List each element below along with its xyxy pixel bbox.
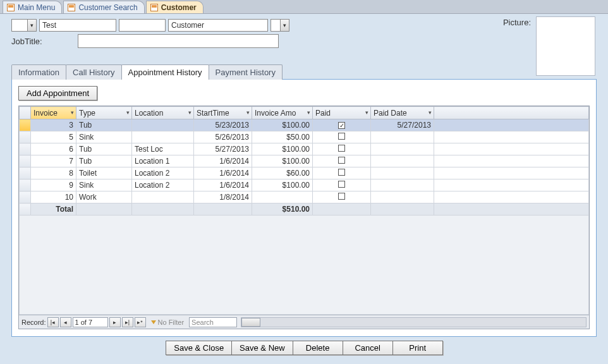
tab-customer-search[interactable]: Customer Search <box>63 1 144 13</box>
cell-type[interactable]: Tub <box>76 143 132 155</box>
nav-last-button[interactable]: ▸| <box>122 317 133 327</box>
subtab-appointment-history[interactable]: Appointment History <box>121 64 209 80</box>
cell-type[interactable]: Tub <box>76 155 132 167</box>
scrollbar-thumb[interactable] <box>241 318 260 327</box>
cell-amount[interactable]: $100.00 <box>252 143 313 155</box>
row-selector[interactable] <box>20 119 31 131</box>
selector-header[interactable] <box>20 107 31 119</box>
cell-paid-date[interactable] <box>371 143 434 155</box>
cell-starttime[interactable]: 5/23/2013 <box>194 119 252 131</box>
cell-paid[interactable] <box>313 167 371 179</box>
col-starttime[interactable]: StartTime▾ <box>194 107 252 119</box>
subtab-payment-history[interactable]: Payment History <box>209 64 283 80</box>
row-selector[interactable] <box>20 143 31 155</box>
tab-main-menu[interactable]: Main Menu <box>3 1 62 13</box>
cell-starttime[interactable]: 1/6/2014 <box>194 155 252 167</box>
table-row[interactable]: 9SinkLocation 21/6/2014$100.00 <box>20 179 589 191</box>
suffix-combo[interactable] <box>271 19 289 32</box>
checkbox-icon[interactable] <box>338 133 345 140</box>
cell-location[interactable]: Location 2 <box>132 167 194 179</box>
filter-status[interactable]: No Filter <box>151 318 185 326</box>
cell-paid[interactable] <box>313 191 371 203</box>
row-selector[interactable] <box>20 179 31 191</box>
nav-search-input[interactable]: Search <box>189 317 237 327</box>
col-location[interactable]: Location▾ <box>132 107 194 119</box>
cell-type[interactable]: Toilet <box>76 167 132 179</box>
cell-paid-date[interactable] <box>371 167 434 179</box>
col-paid-date[interactable]: Paid Date▾ <box>371 107 434 119</box>
cell-type[interactable]: Sink <box>76 131 132 143</box>
cell-invoice[interactable]: 8 <box>31 167 76 179</box>
cell-amount[interactable] <box>252 191 313 203</box>
checkbox-icon[interactable] <box>338 157 345 164</box>
checkbox-icon[interactable] <box>338 193 345 200</box>
tab-customer[interactable]: Customer <box>146 1 204 13</box>
subtab-call-history[interactable]: Call History <box>66 64 121 80</box>
table-row[interactable]: 7TubLocation 11/6/2014$100.00 <box>20 155 589 167</box>
checkbox-icon[interactable] <box>338 169 345 176</box>
cell-paid-date[interactable] <box>371 179 434 191</box>
nav-prev-button[interactable]: ◂ <box>60 317 71 327</box>
print-button[interactable]: Print <box>392 341 443 355</box>
cell-amount[interactable]: $100.00 <box>252 119 313 131</box>
table-row[interactable]: 10Work1/8/2014 <box>20 191 589 203</box>
col-invoice[interactable]: Invoice▾ <box>31 107 76 119</box>
cell-paid[interactable] <box>313 143 371 155</box>
cell-location[interactable] <box>132 119 194 131</box>
cell-invoice[interactable]: 6 <box>31 143 76 155</box>
cell-invoice[interactable]: 5 <box>31 131 76 143</box>
save-new-button[interactable]: Save & New <box>231 341 293 355</box>
table-row[interactable]: 6TubTest Loc5/27/2013$100.00 <box>20 143 589 155</box>
nav-new-button[interactable]: ▸* <box>135 317 146 327</box>
cell-type[interactable]: Work <box>76 191 132 203</box>
table-row[interactable]: 8ToiletLocation 21/6/2014$60.00 <box>20 167 589 179</box>
last-name-field[interactable]: Customer <box>168 19 268 32</box>
cell-paid[interactable] <box>313 155 371 167</box>
delete-button[interactable]: Delete <box>293 341 343 355</box>
nav-next-button[interactable]: ▸ <box>109 317 121 327</box>
cell-invoice[interactable]: 10 <box>31 191 76 203</box>
cell-amount[interactable]: $100.00 <box>252 155 313 167</box>
row-selector[interactable] <box>20 167 31 179</box>
horizontal-scrollbar[interactable] <box>241 317 587 327</box>
cell-amount[interactable]: $100.00 <box>252 179 313 191</box>
cell-paid[interactable] <box>313 131 371 143</box>
col-paid[interactable]: Paid▾ <box>313 107 371 119</box>
cell-location[interactable]: Location 1 <box>132 155 194 167</box>
jobtitle-field[interactable] <box>78 34 279 48</box>
cell-location[interactable] <box>132 131 194 143</box>
cell-starttime[interactable]: 1/8/2014 <box>194 191 252 203</box>
row-selector[interactable] <box>20 191 31 203</box>
nav-position[interactable]: 1 of 7 <box>73 317 108 327</box>
cell-starttime[interactable]: 1/6/2014 <box>194 167 252 179</box>
prefix-combo[interactable] <box>11 19 37 32</box>
cell-paid-date[interactable]: 5/27/2013 <box>371 119 434 131</box>
nav-first-button[interactable]: |◂ <box>47 317 59 327</box>
row-selector[interactable] <box>20 155 31 167</box>
cell-paid[interactable] <box>313 179 371 191</box>
cell-starttime[interactable]: 5/27/2013 <box>194 143 252 155</box>
checkbox-icon[interactable]: ✓ <box>338 122 345 129</box>
cell-paid[interactable]: ✓ <box>313 119 371 131</box>
row-selector[interactable] <box>20 131 31 143</box>
cell-starttime[interactable]: 1/6/2014 <box>194 179 252 191</box>
cell-type[interactable]: Sink <box>76 179 132 191</box>
cell-invoice[interactable]: 7 <box>31 155 76 167</box>
first-name-field[interactable]: Test <box>39 19 116 32</box>
checkbox-icon[interactable] <box>338 145 345 152</box>
cell-starttime[interactable]: 5/26/2013 <box>194 131 252 143</box>
table-row[interactable]: 5Sink5/26/2013$50.00 <box>20 131 589 143</box>
cell-paid-date[interactable] <box>371 131 434 143</box>
cell-paid-date[interactable] <box>371 155 434 167</box>
cell-paid-date[interactable] <box>371 191 434 203</box>
cell-location[interactable] <box>132 191 194 203</box>
save-close-button[interactable]: Save & Close <box>166 341 232 355</box>
cell-location[interactable]: Test Loc <box>132 143 194 155</box>
add-appointment-button[interactable]: Add Appointment <box>18 86 97 100</box>
cell-location[interactable]: Location 2 <box>132 179 194 191</box>
cancel-button[interactable]: Cancel <box>343 341 393 355</box>
cell-amount[interactable]: $60.00 <box>252 167 313 179</box>
subtab-information[interactable]: Information <box>11 64 66 80</box>
middle-name-field[interactable] <box>119 19 166 32</box>
col-type[interactable]: Type▾ <box>76 107 132 119</box>
